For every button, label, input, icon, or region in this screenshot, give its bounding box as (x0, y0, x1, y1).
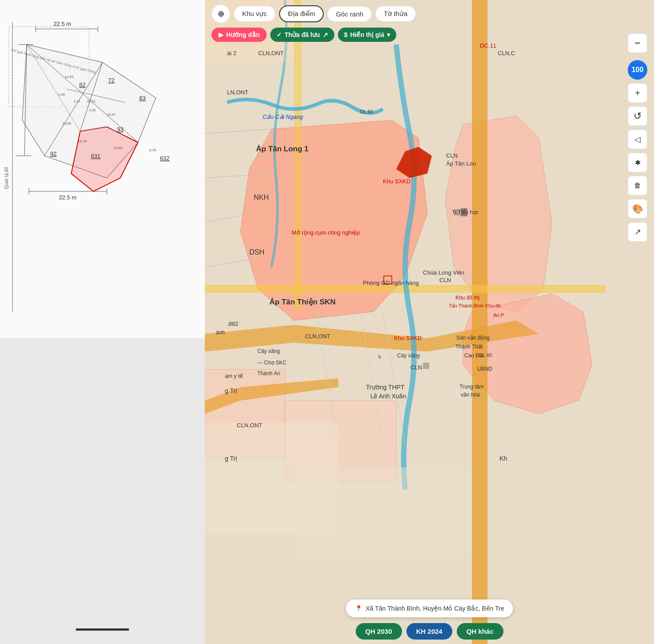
style-button[interactable]: 🎨 (628, 199, 647, 219)
scroll-indicator (76, 628, 129, 631)
svg-rect-48 (472, 0, 487, 644)
location-button[interactable]: ⊕ (211, 4, 230, 23)
minus-icon: − (635, 37, 641, 49)
khu-vuc-button[interactable]: Khu vực (234, 6, 276, 22)
svg-text:Quốc lộ 60: Quốc lộ 60 (4, 167, 9, 189)
svg-text:22.5 m: 22.5 m (59, 194, 77, 201)
delete-button[interactable]: 🗑 (628, 176, 647, 195)
thua-da-luu-arrow-icon: ↗ (323, 31, 328, 38)
svg-text:22.80: 22.80 (114, 146, 123, 150)
map-background (205, 0, 654, 644)
goc-ranh-label: Góc ranh (336, 10, 363, 18)
svg-text:3.91: 3.91 (89, 108, 96, 112)
tab-kh-2024[interactable]: KH 2024 (406, 623, 452, 640)
svg-text:23.80: 23.80 (62, 122, 72, 126)
khu-vuc-label: Khu vực (242, 10, 267, 18)
map-bottom-tabs: QH 2030 KH 2024 QH khác (355, 623, 503, 640)
thua-da-luu-label: Thửa đã lưu (284, 31, 320, 38)
map-panel[interactable]: ⊕ Khu vực Địa điểm Góc ranh Tờ thửa ▶ Hư… (205, 0, 654, 644)
delete-icon: 🗑 (634, 182, 641, 190)
navigate-icon: ◁ (634, 134, 641, 144)
toolbar-row2: ▶ Hướng dẫn ✓ Thửa đã lưu ↗ $ Hiển thị g… (211, 28, 396, 42)
rotate-icon: ↺ (634, 110, 642, 122)
sketch-svg: 22.5 m 22.5 m 82 72 83 93 92 631 632 Quố… (0, 0, 205, 338)
svg-rect-54 (454, 209, 460, 215)
tab-qh-2030[interactable]: QH 2030 (355, 623, 402, 640)
svg-text:632: 632 (160, 155, 170, 162)
map-bottom-bar: 📍 Xã Tân Thành Bình, Huyện Mỏ Cày Bắc, B… (346, 599, 513, 617)
location-pin-icon: 📍 (355, 605, 362, 612)
rotate-button[interactable]: ↺ (628, 106, 647, 126)
svg-text:93: 93 (117, 126, 123, 133)
thua-da-luu-check-icon: ✓ (276, 31, 282, 38)
tab-qh-2030-label: QH 2030 (365, 628, 392, 635)
huong-dan-label: Hướng dẫn (226, 31, 260, 38)
svg-text:32.01: 32.01 (87, 99, 96, 103)
measure-icon: ✱ (635, 158, 641, 167)
share-icon: ↗ (634, 227, 641, 237)
hien-thi-gia-label: Hiển thị giá (350, 31, 384, 38)
plus-icon: + (635, 88, 640, 98)
zoom-badge: 100 (628, 60, 647, 80)
to-thua-label: Tờ thửa (384, 10, 407, 18)
style-icon: 🎨 (632, 203, 643, 214)
toolbar-row1: ⊕ Khu vực Địa điểm Góc ranh Tờ thửa (211, 4, 416, 23)
svg-text:72: 72 (108, 77, 114, 84)
dia-diem-button[interactable]: Địa điểm (279, 5, 324, 22)
tab-kh-2024-label: KH 2024 (416, 628, 442, 635)
svg-text:14.65: 14.65 (65, 75, 74, 79)
left-panel: 22.5 m 22.5 m 82 72 83 93 92 631 632 Quố… (0, 0, 205, 644)
svg-text:15.35: 15.35 (78, 139, 87, 143)
bottom-location-text: Xã Tân Thành Bình, Huyện Mỏ Cày Bắc, Bến… (366, 605, 504, 612)
svg-rect-65 (461, 208, 467, 216)
svg-text:631: 631 (91, 153, 101, 159)
goc-ranh-button[interactable]: Góc ranh (327, 6, 372, 22)
svg-text:82: 82 (79, 81, 85, 88)
zoom-in-button[interactable]: + (628, 83, 647, 103)
bottom-bar (0, 338, 205, 644)
dia-diem-label: Địa điểm (288, 10, 315, 18)
zoom-level: 100 (632, 66, 644, 74)
hien-thi-gia-arrow-icon: ▾ (387, 31, 390, 38)
tab-qh-khac[interactable]: QH khác (457, 623, 504, 640)
huong-dan-icon: ▶ (219, 31, 223, 38)
svg-text:83: 83 (139, 95, 146, 101)
to-thua-button[interactable]: Tờ thửa (375, 6, 416, 22)
thua-da-luu-button[interactable]: ✓ Thửa đã lưu ↗ (270, 28, 334, 42)
tab-qh-khac-label: QH khác (467, 628, 494, 635)
svg-text:9.78: 9.78 (149, 148, 156, 152)
svg-rect-51 (294, 0, 302, 312)
svg-text:3.11: 3.11 (73, 99, 81, 103)
svg-text:23.57: 23.57 (107, 113, 116, 117)
navigate-button[interactable]: ◁ (628, 130, 647, 149)
map-right-controls: 100 + ↺ ◁ ✱ 🗑 🎨 ↗ (628, 60, 647, 242)
land-sketch: 22.5 m 22.5 m 82 72 83 93 92 631 632 Quố… (0, 0, 205, 338)
share-button[interactable]: ↗ (628, 222, 647, 242)
map-toolbar: ⊕ Khu vực Địa điểm Góc ranh Tờ thửa ▶ Hư… (205, 4, 654, 42)
hien-thi-gia-dollar-icon: $ (344, 31, 348, 38)
location-icon: ⊕ (218, 9, 224, 19)
svg-text:92: 92 (50, 150, 57, 157)
svg-text:3.49: 3.49 (58, 93, 65, 97)
svg-text:22.5 m: 22.5 m (53, 20, 71, 27)
svg-rect-55 (423, 363, 429, 369)
huong-dan-button[interactable]: ▶ Hướng dẫn (211, 28, 267, 42)
svg-rect-67 (294, 467, 472, 556)
hien-thi-gia-button[interactable]: $ Hiển thị giá ▾ (338, 28, 397, 42)
zoom-minus-button[interactable]: − (628, 33, 647, 53)
measure-button[interactable]: ✱ (628, 153, 647, 172)
